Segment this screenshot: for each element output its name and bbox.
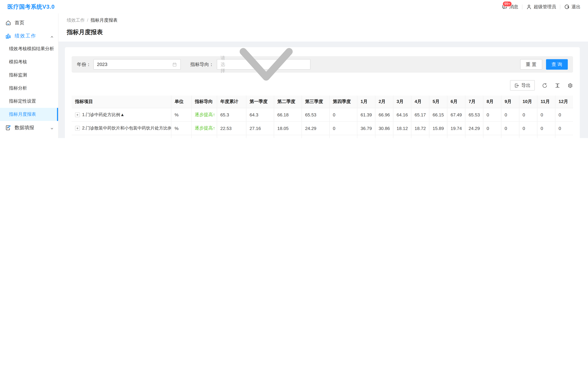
value-cell: 18.72: [411, 121, 429, 135]
sidebar-subitem-5[interactable]: 指标月度报表: [0, 108, 58, 121]
value-cell: 66.18: [274, 108, 301, 121]
orientation-placeholder: 请选择: [220, 55, 225, 74]
value-cell: 18.12: [393, 121, 411, 135]
expand-icon[interactable]: [75, 112, 80, 117]
indicator-name: 1.门诊中药处方比例▲: [82, 112, 125, 117]
value-cell: 0: [483, 135, 501, 138]
sidebar-item-label: 数据仓库: [15, 137, 50, 138]
page-title: 指标月度报表: [67, 29, 588, 36]
sidebar-item-label: 数据填报: [15, 124, 50, 131]
reset-button[interactable]: 重 置: [520, 59, 542, 70]
chevron-down-icon: [50, 126, 53, 129]
column-header-19: 12月: [555, 95, 573, 108]
year-input[interactable]: 2023: [93, 59, 180, 70]
table-toolbar: 导出: [72, 80, 573, 91]
settings-icon[interactable]: [567, 83, 573, 88]
indicator-name-cell: 3.中药饮片使用率▲: [72, 135, 171, 138]
sidebar-item-1[interactable]: 绩效工作: [0, 29, 58, 42]
user-icon: [526, 4, 532, 10]
export-label: 导出: [521, 82, 531, 89]
value-cell: 0: [329, 121, 357, 135]
value-cell: 0: [519, 108, 537, 121]
orientation-label: 指标导向：: [190, 61, 214, 68]
value-cell: 0: [537, 135, 555, 138]
column-header-1: 单位: [171, 95, 191, 108]
value-cell: 0: [519, 135, 537, 138]
value-cell: 24.29: [302, 121, 329, 135]
sidebar-item-0[interactable]: 首页: [0, 16, 58, 29]
value-cell: 36.79: [357, 121, 375, 135]
column-header-13: 6月: [447, 95, 465, 108]
value-cell: 0: [411, 135, 429, 138]
message-count-badge: 99+: [503, 1, 512, 7]
value-cell: 0: [447, 135, 465, 138]
value-cell: 66.15: [429, 108, 447, 121]
orientation-select[interactable]: 请选择: [217, 59, 311, 70]
value-cell: 0: [302, 135, 329, 138]
unit-cell: %: [171, 121, 191, 135]
sidebar: 首页绩效工作绩效考核模拟结果分析模拟考核指标监测指标分析指标定性设置指标月度报表…: [0, 13, 59, 138]
value-cell: 0: [357, 135, 375, 138]
value-cell: 67.49: [447, 108, 465, 121]
table-row: 3.中药饮片使用率▲%逐步提高↑00000000000000000: [72, 135, 573, 138]
indicators-table: 指标项目单位指标导向年度累计第一季度第二季度第三季度第四季度1月2月3月4月5月…: [72, 95, 573, 138]
column-header-14: 7月: [465, 95, 483, 108]
home-icon: [5, 20, 11, 26]
column-header-11: 4月: [411, 95, 429, 108]
value-cell: 0: [329, 135, 357, 138]
value-cell: 0: [393, 135, 411, 138]
sidebar-subitem-3[interactable]: 指标分析: [0, 82, 58, 95]
column-header-0: 指标项目: [72, 95, 171, 108]
logout-button[interactable]: 退出: [564, 3, 581, 10]
page-header: 绩效工作/指标月度报表 指标月度报表: [59, 13, 588, 41]
value-cell: 0: [501, 121, 519, 135]
value-cell: 65.53: [302, 108, 329, 121]
breadcrumb-parent[interactable]: 绩效工作: [67, 18, 85, 23]
row-height-icon[interactable]: [555, 83, 560, 88]
column-header-8: 1月: [357, 95, 375, 108]
export-icon: [514, 83, 519, 88]
breadcrumb-separator: /: [87, 18, 88, 23]
message-menu[interactable]: 99+ 消息: [502, 3, 518, 10]
value-cell: 0: [501, 135, 519, 138]
column-header-2: 指标导向: [191, 95, 217, 108]
sidebar-subitem-0[interactable]: 绩效考核模拟结果分析: [0, 42, 58, 55]
sidebar-subitem-2[interactable]: 指标监测: [0, 69, 58, 82]
sidebar-subitem-4[interactable]: 指标定性设置: [0, 95, 58, 108]
value-cell: 61.39: [357, 108, 375, 121]
app-window: 医疗国考系统V3.0 99+ 消息 超级管理员 退出 首页绩效工作绩效考核模拟结…: [0, 0, 588, 138]
search-button[interactable]: 查 询: [546, 59, 568, 70]
value-cell: 0: [555, 121, 573, 135]
logout-icon: [564, 4, 570, 10]
user-menu[interactable]: 超级管理员: [526, 3, 556, 10]
value-cell: 0: [501, 108, 519, 121]
column-header-12: 5月: [429, 95, 447, 108]
value-cell: 0: [483, 121, 501, 135]
value-cell: 24.29: [465, 121, 483, 135]
value-cell: 0: [329, 108, 357, 121]
database-icon: [5, 138, 11, 138]
sidebar-subitem-1[interactable]: 模拟考核: [0, 55, 58, 69]
app-logo: 医疗国考系统V3.0: [0, 3, 55, 10]
content-card: 年份： 2023 指标导向： 请选择 重 置 查 询 导出: [65, 47, 580, 138]
unit-cell: %: [171, 108, 191, 121]
value-cell: 30.86: [375, 121, 393, 135]
column-header-18: 11月: [537, 95, 555, 108]
expand-icon[interactable]: [75, 126, 80, 131]
unit-cell: %: [171, 135, 191, 138]
sidebar-item-label: 首页: [15, 19, 54, 26]
value-cell: 65.3: [217, 108, 246, 121]
sidebar-item-2[interactable]: 数据填报: [0, 121, 58, 134]
value-cell: 0: [429, 135, 447, 138]
column-header-15: 8月: [483, 95, 501, 108]
refresh-icon[interactable]: [542, 83, 547, 88]
export-button[interactable]: 导出: [510, 80, 535, 91]
column-header-9: 2月: [375, 95, 393, 108]
value-cell: 22.53: [217, 121, 246, 135]
sidebar-item-3[interactable]: 数据仓库: [0, 134, 58, 138]
filter-bar: 年份： 2023 指标导向： 请选择 重 置 查 询: [72, 56, 573, 73]
main-content: 绩效工作/指标月度报表 指标月度报表 年份： 2023 指标导向： 请选择 重 …: [59, 13, 588, 138]
logout-label: 退出: [571, 3, 580, 10]
sidebar-item-label: 绩效工作: [15, 32, 50, 39]
value-cell: 0: [537, 121, 555, 135]
